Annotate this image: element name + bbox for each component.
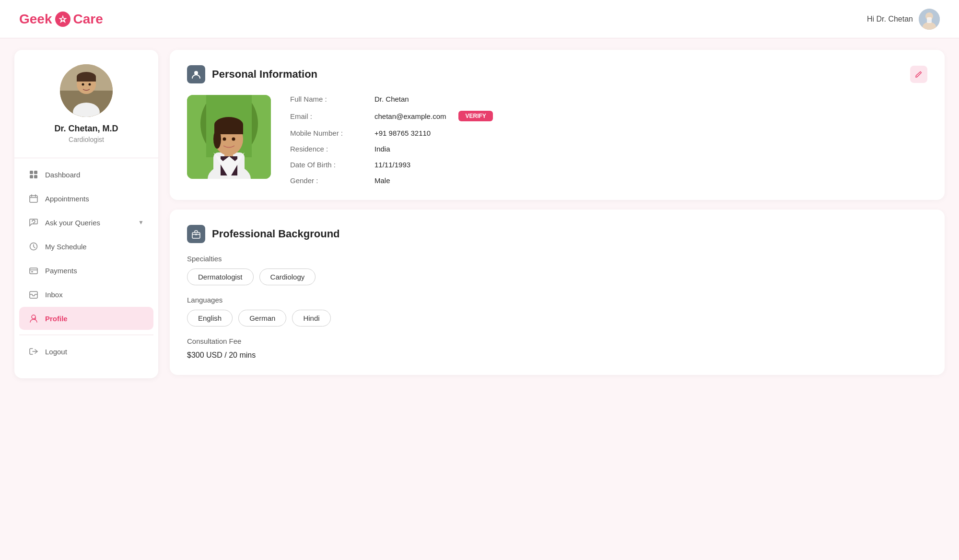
gender-value: Male: [374, 176, 390, 185]
svg-point-21: [32, 315, 35, 319]
professional-bg-card: Professional Background Specialties Derm…: [170, 210, 945, 375]
personal-info-icon: [187, 65, 205, 83]
svg-rect-16: [30, 196, 37, 202]
consultation-fee-value: $300 USD / 20 mins: [187, 351, 927, 360]
personal-info-body: Full Name : Dr. Chetan Email : chetan@ex…: [187, 95, 927, 185]
verify-email-button[interactable]: VERIFY: [458, 111, 492, 121]
svg-rect-14: [30, 175, 33, 178]
edit-personal-info-button[interactable]: [910, 66, 927, 83]
specialty-tag-1: Cardiology: [259, 268, 316, 285]
specialties-tags: Dermatologist Cardiology: [187, 268, 927, 285]
full-name-row: Full Name : Dr. Chetan: [290, 95, 927, 103]
residence-row: Residence : India: [290, 145, 927, 153]
sidebar-item-label: Appointments: [45, 195, 89, 203]
header-avatar[interactable]: [919, 9, 940, 30]
header-right: Hi Dr. Chetan: [867, 9, 940, 30]
svg-point-11: [89, 83, 91, 86]
personal-info-title: Personal Information: [212, 68, 317, 81]
professional-bg-title: Professional Background: [212, 228, 340, 240]
professional-bg-header: Professional Background: [187, 225, 927, 243]
email-row: Email : chetan@example.com VERIFY: [290, 111, 927, 121]
svg-rect-18: [30, 268, 37, 274]
main-layout: Dr. Chetan, M.D Cardiologist Dashboard: [0, 38, 959, 560]
consultation-fee-section: Consultation Fee $300 USD / 20 mins: [187, 337, 927, 360]
info-fields: Full Name : Dr. Chetan Email : chetan@ex…: [290, 95, 927, 185]
language-tag-0: English: [187, 310, 233, 327]
dob-row: Date Of Birth : 11/11/1993: [290, 161, 927, 169]
svg-point-22: [194, 71, 198, 75]
sidebar-item-label: Logout: [45, 348, 67, 356]
full-name-label: Full Name :: [290, 95, 367, 103]
queries-icon: [29, 218, 38, 227]
sidebar-nav: Dashboard Appointments: [14, 163, 158, 364]
sidebar-nav-divider: [19, 335, 153, 335]
svg-point-35: [232, 138, 235, 141]
svg-rect-15: [34, 175, 37, 178]
logo-icon: [55, 12, 70, 27]
svg-rect-12: [30, 171, 33, 174]
app-header: Geek Care Hi Dr. Chetan: [0, 0, 959, 38]
specialty-tag-0: Dermatologist: [187, 268, 254, 285]
svg-rect-20: [30, 292, 37, 298]
sidebar-divider: [14, 158, 158, 158]
inbox-icon: [29, 290, 38, 299]
svg-rect-37: [192, 233, 200, 238]
doctor-photo: [187, 95, 271, 179]
svg-point-33: [213, 129, 221, 149]
sidebar-item-label: My Schedule: [45, 243, 87, 251]
sidebar-item-inbox[interactable]: Inbox: [19, 283, 153, 306]
mobile-value: +91 98765 32110: [374, 129, 431, 137]
svg-point-10: [82, 83, 84, 86]
logout-icon: [29, 347, 38, 356]
sidebar-item-payments[interactable]: Payments: [19, 259, 153, 282]
dashboard-icon: [29, 170, 38, 179]
sidebar-avatar: [60, 64, 113, 117]
sidebar-item-profile[interactable]: Profile: [19, 307, 153, 330]
svg-rect-13: [34, 171, 37, 174]
svg-point-34: [223, 138, 226, 141]
personal-info-card: Personal Information: [170, 50, 945, 200]
specialties-label: Specialties: [187, 255, 927, 263]
logo-care: Care: [73, 12, 103, 27]
sidebar-item-label: Payments: [45, 267, 77, 275]
main-content: Personal Information: [170, 50, 945, 548]
svg-rect-9: [77, 77, 96, 82]
payments-icon: [29, 266, 38, 275]
mobile-row: Mobile Number : +91 98765 32110: [290, 129, 927, 137]
residence-value: India: [374, 145, 390, 153]
sidebar-item-my-schedule[interactable]: My Schedule: [19, 235, 153, 258]
svg-rect-3: [927, 17, 932, 23]
profile-icon: [29, 314, 38, 323]
language-tag-1: German: [238, 310, 286, 327]
specialties-section: Specialties Dermatologist Cardiology: [187, 255, 927, 285]
full-name-value: Dr. Chetan: [374, 95, 409, 103]
appointments-icon: [29, 194, 38, 203]
sidebar-item-appointments[interactable]: Appointments: [19, 187, 153, 210]
sidebar-item-logout[interactable]: Logout: [19, 340, 153, 363]
email-label: Email :: [290, 112, 367, 120]
sidebar-item-ask-queries[interactable]: Ask your Queries ▼: [19, 211, 153, 234]
residence-label: Residence :: [290, 145, 367, 153]
sidebar-item-label: Dashboard: [45, 171, 80, 179]
language-tag-2: Hindi: [292, 310, 330, 327]
sidebar-doctor-name: Dr. Chetan, M.D: [54, 124, 118, 134]
languages-label: Languages: [187, 296, 927, 304]
gender-row: Gender : Male: [290, 176, 927, 185]
professional-bg-icon: [187, 225, 205, 243]
sidebar-item-label: Ask your Queries: [45, 219, 100, 227]
sidebar-doctor-specialty: Cardiologist: [69, 136, 104, 143]
personal-info-header: Personal Information: [187, 65, 927, 83]
sidebar-item-label: Profile: [45, 315, 68, 323]
sidebar-item-dashboard[interactable]: Dashboard: [19, 163, 153, 186]
consultation-fee-label: Consultation Fee: [187, 337, 927, 345]
logo-geek: Geek: [19, 12, 52, 27]
svg-rect-19: [31, 271, 33, 272]
header-greeting: Hi Dr. Chetan: [867, 15, 913, 23]
languages-section: Languages English German Hindi: [187, 296, 927, 327]
gender-label: Gender :: [290, 176, 367, 185]
dob-label: Date Of Birth :: [290, 161, 367, 169]
email-value: chetan@example.com: [374, 112, 446, 120]
sidebar-profile: Dr. Chetan, M.D Cardiologist: [45, 64, 128, 153]
logo: Geek Care: [19, 12, 103, 27]
sidebar-item-label: Inbox: [45, 291, 63, 299]
